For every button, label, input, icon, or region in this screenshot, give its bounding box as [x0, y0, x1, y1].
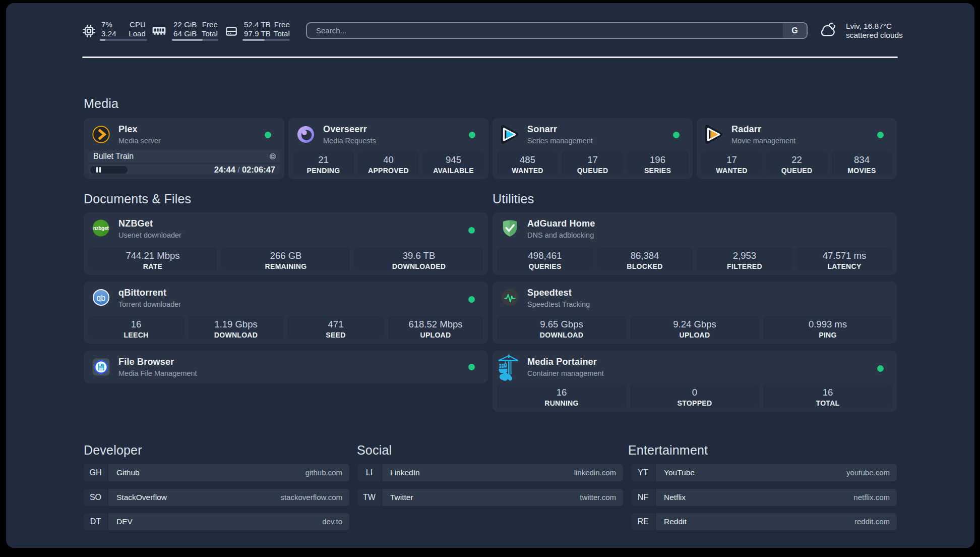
svg-text:qb: qb: [96, 294, 105, 302]
svg-text:nzbget: nzbget: [93, 226, 109, 231]
